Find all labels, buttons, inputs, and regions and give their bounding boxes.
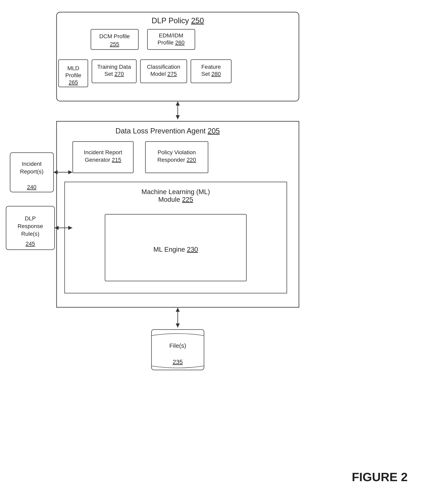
dlp-policy-box [57, 12, 299, 101]
files-box [151, 330, 204, 370]
training-data-box [92, 60, 136, 83]
ml-module-label: Machine Learning (ML) [141, 188, 210, 196]
dlp-response-box [6, 206, 54, 250]
ml-engine-box [105, 214, 246, 281]
training-data-label2: Set 270 [105, 71, 124, 77]
edm-profile-label2: Profile 260 [158, 39, 184, 46]
mld-profile-ref: 265 [69, 79, 78, 86]
files-group: File(s) 235 [151, 330, 204, 370]
files-fold-top [151, 333, 204, 336]
mld-profile-label: MLD [67, 65, 79, 71]
dlp-response-label3: Rule(s) [21, 231, 39, 237]
policy-violation-label2: Responder 220 [157, 157, 196, 163]
mld-profile-label2: Profile [65, 72, 81, 78]
training-data-label: Training Data [97, 64, 131, 70]
ml-module-box [65, 182, 287, 293]
mld-profile-box [59, 60, 88, 87]
arrowhead-down [176, 115, 180, 119]
ml-module-label2: Module 225 [158, 196, 193, 203]
dlp-policy-title: DLP Policy 250 [151, 16, 204, 25]
arrowhead-up [176, 101, 180, 106]
dlp-response-group: DLP Response Rule(s) 245 [6, 206, 54, 250]
files-ref: 235 [173, 359, 183, 365]
dcm-profile-ref: 255 [110, 41, 119, 47]
figure-label: FIGURE 2 [352, 470, 408, 484]
arrowhead-left [53, 170, 58, 174]
edm-profile-box [148, 29, 195, 50]
incident-gen-box [73, 142, 133, 173]
dlp-agent-title: Data Loss Prevention Agent 205 [115, 127, 220, 135]
class-model-label2: Model 275 [150, 71, 177, 77]
dlp-response-ref: 245 [26, 241, 35, 247]
arrowhead-right [68, 170, 72, 174]
ml-engine-label: ML Engine 230 [153, 246, 198, 253]
arrow-agent-to-files [176, 308, 180, 327]
incident-gen-label2: Generator 215 [85, 157, 121, 163]
incident-gen-label: Incident Report [84, 149, 122, 155]
arrow-incident-reports [53, 170, 72, 174]
dlp-response-label: DLP [25, 215, 36, 222]
feature-set-box [191, 60, 231, 83]
edm-profile-label: EDM/IDM [159, 32, 183, 39]
class-model-label: Classification [147, 64, 180, 70]
incident-reports-label: Incident [22, 161, 42, 167]
policy-violation-label: Policy Violation [158, 149, 196, 155]
incident-reports-label2: Report(s) [20, 168, 44, 175]
files-fold-bottom [151, 366, 204, 368]
dcm-profile-box [91, 29, 138, 50]
dcm-profile-label: DCM Profile [99, 33, 130, 39]
arrowhead-up2 [176, 308, 180, 312]
dlp-policy-group: DLP Policy 250 DCM Profile 255 EDM/IDM P… [57, 12, 299, 101]
diagram-svg: DLP Policy 250 DCM Profile 255 EDM/IDM P… [0, 0, 430, 504]
policy-violation-box [145, 142, 208, 173]
arrow-dlp-response [54, 226, 72, 230]
incident-reports-ref: 240 [27, 184, 36, 190]
files-label: File(s) [169, 342, 186, 349]
incident-reports-group: Incident Report(s) 240 [10, 153, 53, 192]
dlp-response-label2: Response [18, 223, 43, 229]
arrow-policy-to-agent [176, 101, 180, 119]
incident-reports-box [10, 153, 53, 192]
dlp-agent-group: Data Loss Prevention Agent 205 Incident … [57, 121, 299, 307]
dlp-agent-box [57, 121, 299, 307]
arrowhead-right2 [68, 226, 72, 230]
arrowhead-down2 [176, 324, 180, 327]
arrowhead-left2 [54, 226, 59, 230]
feature-set-label2: Set 280 [201, 71, 221, 77]
class-model-box [140, 60, 187, 83]
feature-set-label: Feature [201, 64, 221, 70]
